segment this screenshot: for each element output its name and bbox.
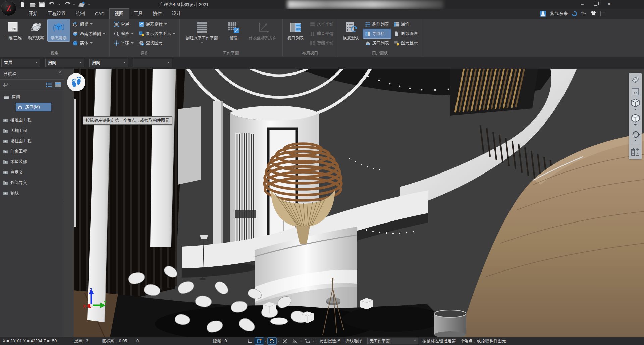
tab-draw[interactable]: 绘制 <box>71 9 90 19</box>
tab-cad[interactable]: CAD <box>90 9 110 19</box>
btn-component-list[interactable]: 构件列表 <box>363 19 391 29</box>
svg-text:2D: 2D <box>12 27 16 31</box>
sync-status-icon[interactable] <box>571 10 578 18</box>
dd-top-view[interactable]: 俯视 <box>70 19 107 29</box>
cross-layer-select-button[interactable]: 跨图层选择 <box>319 338 340 344</box>
btn-element-display[interactable]: 图元显示 <box>392 38 420 48</box>
undo-dropdown-icon[interactable] <box>58 4 60 6</box>
main-area: 导航栏 × ✛+ 房间 房间(M) <box>0 69 644 337</box>
cube-select-mode-icon[interactable] <box>268 338 276 344</box>
dd-solid[interactable]: 实体 <box>70 38 107 48</box>
dd-screen-rotate[interactable]: 屏幕旋转 <box>137 19 177 29</box>
tab-view[interactable]: 视图 <box>110 9 129 19</box>
minimize-icon[interactable]: – <box>579 1 585 7</box>
undo-icon[interactable] <box>49 1 55 7</box>
rect-select-mode-icon[interactable] <box>255 338 264 344</box>
polyline-select-button[interactable]: 折线选择 <box>345 338 362 344</box>
dd-show-selected[interactable]: 显示选中图元 <box>137 29 177 38</box>
restore-icon[interactable] <box>593 1 599 7</box>
tree-item-custom[interactable]: 自定义 <box>0 168 64 177</box>
open-folder-icon <box>3 95 9 99</box>
tree-item-axis-lines[interactable]: 轴线 <box>0 189 64 197</box>
btn-dynamic-roam[interactable]: 动态漫游 <box>48 19 70 41</box>
room-list-icon <box>365 40 371 46</box>
dd-sw-isometric[interactable]: 西南等轴侧 <box>70 29 107 38</box>
save-icon[interactable] <box>39 1 46 7</box>
walk-mode-badge[interactable] <box>67 73 85 91</box>
tree-item-ceiling-works[interactable]: 天棚工程 <box>0 126 64 135</box>
ribbon-collapse-icon[interactable]: ⌃ <box>600 11 606 16</box>
angle-snap-icon[interactable] <box>290 338 299 344</box>
sync-sphere-icon[interactable] <box>78 1 85 7</box>
view-cube-2-icon[interactable] <box>630 113 641 124</box>
tree-item-floor-works[interactable]: 楼地面工程 <box>0 116 64 125</box>
cube-select-caret-icon[interactable] <box>277 341 279 343</box>
floor-select[interactable]: 首层 <box>1 59 40 67</box>
tree-item-room-m[interactable]: 房间(M) <box>16 103 51 111</box>
redo-dropdown-icon[interactable] <box>73 4 75 6</box>
btn-room-list[interactable]: 房间列表 <box>363 38 391 48</box>
restore-default-icon <box>344 20 358 35</box>
tree-item-wall-column-works[interactable]: 墙柱面工程 <box>0 137 64 145</box>
ortho-mode-icon[interactable] <box>245 338 254 344</box>
rotate-view-caret-icon[interactable] <box>634 140 637 142</box>
viewport-3d[interactable]: 按鼠标左键指定第一个角点，或拾取构件图元 Z Y X 2D <box>64 69 644 337</box>
help-menu[interactable]: ? <box>581 11 586 16</box>
btn-2d-3d[interactable]: 2D 二维/三维 <box>2 19 24 41</box>
btn-viewport-list[interactable]: 视口列表 <box>285 19 307 41</box>
add-icon[interactable]: ✛+ <box>3 82 9 88</box>
tree-item-misc-decoration[interactable]: 零星装修 <box>0 157 64 166</box>
category-select[interactable]: 房间 <box>45 59 84 67</box>
rotate-view-icon[interactable] <box>630 128 641 140</box>
quick-access-more-icon[interactable] <box>88 4 90 6</box>
measure-tool-caret-icon[interactable] <box>313 341 315 343</box>
folder-plus-icon <box>3 181 8 185</box>
3d-scene <box>64 69 644 337</box>
btn-manage-workplane[interactable]: 管理 <box>223 19 245 41</box>
open-file-icon[interactable] <box>29 1 36 7</box>
btn-create-workplane[interactable]: 创建水平工作平面 <box>182 19 222 45</box>
view-cube-icon[interactable] <box>630 97 641 109</box>
panel-mode-icon[interactable] <box>55 82 61 89</box>
btn-fullscreen[interactable]: 全屏 <box>112 19 136 29</box>
theme-icon[interactable] <box>590 11 596 17</box>
list-view-icon[interactable] <box>46 82 52 89</box>
btn-navigation-bar[interactable]: 导航栏 <box>363 29 391 38</box>
dd-pan[interactable]: 平移 <box>112 38 136 48</box>
panel-close-icon[interactable]: × <box>58 69 61 75</box>
tab-tools[interactable]: 工具 <box>129 9 148 19</box>
ribbon-group-workplane: 创建水平工作平面 管理 修改坐标系方向 工作平面 <box>180 19 283 57</box>
snap-cross-icon[interactable] <box>280 338 289 344</box>
close-icon[interactable]: ✕ <box>606 1 612 7</box>
tree-item-external-import[interactable]: 外部导入 <box>0 178 64 187</box>
dd-zoom[interactable]: 缩放 <box>112 29 136 38</box>
btn-dynamic-observe[interactable]: 动态观察 <box>25 19 47 41</box>
tab-design[interactable]: 设计 <box>167 9 186 19</box>
workplane-select[interactable]: 无工作平面 <box>367 338 418 344</box>
tree-item-room-folder[interactable]: 房间 <box>0 93 64 101</box>
tab-collaborate[interactable]: 协作 <box>148 9 167 19</box>
angle-snap-caret-icon[interactable] <box>300 341 302 343</box>
display-settings-icon[interactable] <box>630 147 641 158</box>
redo-icon[interactable] <box>63 1 70 7</box>
tree-item-door-window-works[interactable]: 门窗工程 <box>0 147 64 156</box>
app-logo-icon[interactable]: Z <box>1 1 16 16</box>
btn-restore-default[interactable]: 恢复默认 <box>340 19 362 41</box>
2d-view-icon[interactable]: 2D <box>630 86 641 97</box>
type-select[interactable]: 房间 <box>89 59 128 67</box>
orbit-tool-icon[interactable] <box>630 75 641 86</box>
btn-properties[interactable]: 属性 <box>392 19 420 29</box>
tile-smart-icon <box>310 40 315 46</box>
tab-start[interactable]: 开始 <box>23 9 43 19</box>
btn-drawing-manage[interactable]: 图纸管理 <box>392 29 420 38</box>
user-avatar[interactable] <box>540 11 546 17</box>
view-cube-2-caret-icon[interactable] <box>634 124 637 127</box>
btn-find-element[interactable]: 查找图元 <box>137 38 177 48</box>
viewport-list-icon <box>289 20 303 35</box>
name-select[interactable] <box>133 59 172 67</box>
new-file-icon[interactable] <box>19 1 26 7</box>
tab-project-settings[interactable]: 工程设置 <box>43 9 71 19</box>
rect-select-caret-icon[interactable] <box>265 341 267 343</box>
measure-tool-icon[interactable] <box>303 338 312 344</box>
view-cube-caret-icon[interactable] <box>634 109 637 111</box>
